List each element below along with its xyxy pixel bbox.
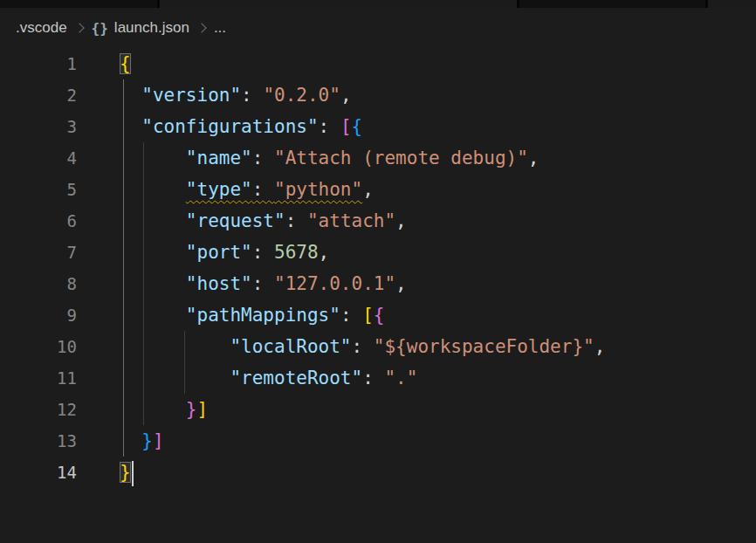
tab-strip-segment: [708, 0, 756, 8]
line-number[interactable]: 13: [0, 425, 77, 457]
line-number[interactable]: 14: [0, 457, 77, 488]
code-line[interactable]: 9 "pathMappings": [{: [0, 299, 756, 331]
line-number[interactable]: 3: [0, 111, 77, 142]
code-token: [120, 242, 186, 263]
code-text: "port": 5678,: [77, 237, 329, 268]
code-token: "Attach (remote debug)": [274, 148, 528, 168]
code-line[interactable]: 13 }]: [0, 425, 756, 457]
code-lines: 1{2 "version": "0.2.0",3 "configurations…: [0, 48, 756, 488]
code-token: "remoteRoot": [230, 368, 362, 388]
code-line[interactable]: 11 "remoteRoot": ".": [0, 362, 756, 394]
breadcrumb: .vscode {} launch.json ...: [0, 8, 756, 48]
code-token: :: [340, 305, 362, 326]
code-token: :: [252, 242, 274, 263]
code-line[interactable]: 4 "name": "Attach (remote debug)",: [0, 142, 756, 174]
indent-guide-active: [123, 79, 124, 457]
code-token: [120, 305, 186, 326]
code-text: }: [77, 457, 134, 488]
code-token: "host": [186, 273, 252, 294]
text-cursor: [132, 461, 134, 486]
code-token: [120, 336, 230, 357]
code-token: "request": [186, 210, 285, 231]
chevron-right-icon: [196, 23, 206, 32]
line-number[interactable]: 2: [0, 79, 77, 111]
code-token: ,: [395, 273, 407, 294]
breadcrumb-file[interactable]: {} launch.json: [92, 19, 189, 37]
code-text: "version": "0.2.0",: [77, 79, 352, 111]
breadcrumb-file-label: launch.json: [114, 19, 189, 37]
code-token: :: [352, 336, 374, 357]
code-token: }: [186, 399, 197, 420]
code-token: ,: [362, 179, 374, 200]
code-line[interactable]: 2 "version": "0.2.0",: [0, 79, 756, 111]
code-line[interactable]: 10 "localRoot": "${workspaceFolder}",: [0, 331, 756, 362]
code-token: [120, 399, 186, 420]
chevron-right-icon: [74, 23, 84, 32]
code-token: ,: [340, 85, 352, 106]
line-number[interactable]: 11: [0, 362, 77, 394]
code-token: "attach": [307, 210, 395, 231]
code-token: [120, 148, 186, 168]
code-token: "name": [186, 148, 252, 168]
code-token: "${workspaceFolder}": [374, 336, 594, 357]
line-number[interactable]: 6: [0, 205, 77, 237]
tab-strip-segment: [160, 0, 517, 8]
line-number[interactable]: 12: [0, 394, 77, 425]
indent-guide: [143, 142, 144, 425]
code-token: [120, 210, 186, 231]
tab-strip-segment: [519, 0, 705, 8]
code-text: {: [77, 48, 131, 79]
line-number[interactable]: 1: [0, 48, 77, 79]
code-text: }]: [77, 425, 164, 457]
code-token: }: [120, 462, 131, 483]
code-token: [120, 179, 186, 200]
editor[interactable]: 1{2 "version": "0.2.0",3 "configurations…: [0, 48, 756, 488]
code-text: "configurations": [{: [77, 111, 362, 142]
code-token: }: [141, 430, 153, 451]
line-number[interactable]: 4: [0, 142, 77, 174]
code-line[interactable]: 3 "configurations": [{: [0, 111, 756, 142]
code-token: [120, 273, 186, 294]
code-token: ,: [528, 148, 540, 168]
breadcrumb-symbol-ellipsis[interactable]: ...: [214, 19, 226, 37]
code-line[interactable]: 14}: [0, 457, 756, 488]
code-token: "port": [186, 242, 252, 263]
code-line[interactable]: 6 "request": "attach",: [0, 205, 756, 237]
code-text: "remoteRoot": ".": [77, 362, 417, 394]
code-token: "0.2.0": [263, 85, 340, 106]
code-token: [120, 368, 230, 388]
code-token: ,: [395, 210, 407, 231]
tab-strip-segment: [0, 0, 157, 8]
code-line[interactable]: 8 "host": "127.0.0.1",: [0, 268, 756, 299]
line-number[interactable]: 10: [0, 331, 77, 362]
code-token: "configurations": [141, 116, 318, 137]
code-text: "name": "Attach (remote debug)",: [77, 142, 539, 174]
line-number[interactable]: 9: [0, 299, 77, 331]
code-token: {: [352, 116, 363, 137]
code-token: "type": [186, 179, 252, 200]
code-token: ]: [197, 399, 209, 420]
code-token: {: [120, 53, 131, 74]
code-token: ]: [153, 430, 164, 451]
tab-bar-edge: [0, 0, 756, 8]
code-line[interactable]: 12 }]: [0, 394, 756, 425]
code-token: :: [252, 179, 274, 200]
code-token: "127.0.0.1": [274, 273, 395, 294]
breadcrumb-folder[interactable]: .vscode: [16, 19, 67, 37]
code-text: "localRoot": "${workspaceFolder}",: [77, 331, 605, 362]
code-line[interactable]: 5 "type": "python",: [0, 174, 756, 205]
line-number[interactable]: 8: [0, 268, 77, 299]
code-text: "request": "attach",: [77, 205, 407, 237]
code-line[interactable]: 7 "port": 5678,: [0, 237, 756, 268]
code-line[interactable]: 1{: [0, 48, 756, 79]
code-token: :: [319, 116, 340, 137]
code-token: ,: [594, 336, 606, 357]
code-token: :: [252, 148, 274, 168]
line-number[interactable]: 5: [0, 174, 77, 205]
code-token: :: [285, 210, 307, 231]
code-token: "version": [141, 85, 241, 106]
code-token: :: [241, 85, 263, 106]
code-token: "localRoot": [230, 336, 351, 357]
code-text: "host": "127.0.0.1",: [77, 268, 407, 299]
line-number[interactable]: 7: [0, 237, 77, 268]
